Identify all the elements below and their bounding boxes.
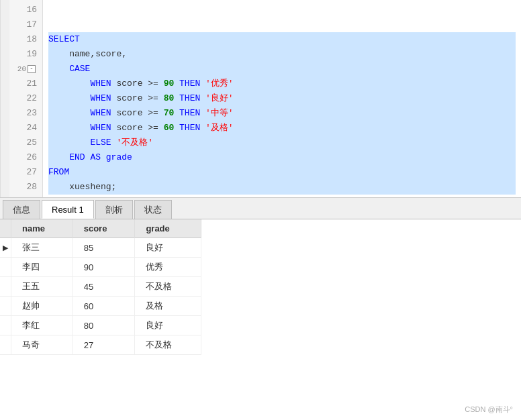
code-token: '良好' bbox=[205, 91, 234, 106]
code-token: score >= bbox=[116, 121, 163, 136]
line-number: 17 bbox=[9, 17, 42, 32]
code-token: name,score, bbox=[48, 47, 127, 62]
results-table: namescoregrade ▶张三85良好李四90优秀王五45不及格赵帅60及… bbox=[0, 219, 201, 355]
line-number: 23 bbox=[9, 106, 42, 121]
row-indicator bbox=[0, 258, 11, 277]
code-token: 70 bbox=[164, 106, 175, 121]
code-line: SELECT bbox=[48, 32, 516, 47]
code-line: WHEN score >= 60 THEN '及格' bbox=[48, 121, 516, 136]
row-indicator bbox=[0, 335, 11, 355]
code-token: '中等' bbox=[205, 106, 234, 121]
tab-info[interactable]: 信息 bbox=[3, 200, 40, 219]
table-row: 王五45不及格 bbox=[0, 277, 201, 297]
line-number: 27 bbox=[9, 165, 42, 180]
tab-parse[interactable]: 剖析 bbox=[95, 200, 133, 219]
code-token: 60 bbox=[164, 121, 175, 136]
cell-name: 李红 bbox=[11, 316, 73, 335]
line-number: 20- bbox=[9, 62, 42, 76]
code-line: CASE bbox=[48, 62, 516, 76]
row-indicator bbox=[0, 277, 11, 297]
col-indicator bbox=[0, 219, 11, 238]
col-header-score: score bbox=[73, 219, 135, 238]
cell-name: 赵帅 bbox=[11, 297, 73, 316]
table-row: 李红80良好 bbox=[0, 316, 201, 335]
line-numbers: 1617181920-2122232425262728 bbox=[9, 0, 43, 197]
code-token: THEN bbox=[174, 121, 205, 136]
row-indicator: ▶ bbox=[0, 238, 11, 258]
code-token: 90 bbox=[164, 76, 175, 91]
cell-grade: 及格 bbox=[135, 297, 201, 316]
cell-score: 60 bbox=[73, 297, 135, 316]
code-token: WHEN bbox=[48, 106, 116, 121]
code-token: '及格' bbox=[205, 121, 234, 136]
watermark: CSDN @南斗° bbox=[465, 405, 513, 415]
line-number: 16 bbox=[9, 3, 42, 17]
line-number: 24 bbox=[9, 121, 42, 136]
cell-grade: 良好 bbox=[135, 316, 201, 335]
code-line bbox=[48, 3, 516, 17]
cell-score: 85 bbox=[73, 238, 135, 258]
code-token: '不及格' bbox=[116, 136, 153, 150]
cell-name: 李四 bbox=[11, 258, 73, 277]
line-number: 26 bbox=[9, 150, 42, 165]
code-token: WHEN bbox=[48, 76, 116, 91]
line-number: 22 bbox=[9, 91, 42, 106]
line-number: 25 bbox=[9, 136, 42, 150]
code-token: xuesheng; bbox=[48, 180, 116, 195]
code-token: THEN bbox=[174, 106, 205, 121]
results-area: namescoregrade ▶张三85良好李四90优秀王五45不及格赵帅60及… bbox=[0, 219, 521, 420]
code-content: SELECT name,score, CASE WHEN score >= 90… bbox=[43, 0, 521, 197]
tabs-bar: 信息Result 1剖析状态 bbox=[0, 198, 521, 219]
code-editor: 1617181920-2122232425262728 SELECT name,… bbox=[0, 0, 521, 198]
code-token: CASE bbox=[48, 62, 90, 76]
code-token: WHEN bbox=[48, 121, 116, 136]
code-token: ELSE bbox=[48, 136, 116, 150]
code-token: score >= bbox=[116, 106, 163, 121]
line-number: 28 bbox=[9, 180, 42, 195]
line-number: 18 bbox=[9, 32, 42, 47]
table-row: 李四90优秀 bbox=[0, 258, 201, 277]
table-row: 赵帅60及格 bbox=[0, 297, 201, 316]
cell-grade: 良好 bbox=[135, 238, 201, 258]
code-token: END AS grade bbox=[48, 150, 132, 165]
code-token: 80 bbox=[164, 91, 175, 106]
code-token: score >= bbox=[116, 76, 163, 91]
code-line: FROM bbox=[48, 165, 516, 180]
code-token: score >= bbox=[116, 91, 163, 106]
cell-score: 45 bbox=[73, 277, 135, 297]
cell-grade: 优秀 bbox=[135, 258, 201, 277]
code-token: FROM bbox=[48, 165, 69, 180]
cell-grade: 不及格 bbox=[135, 335, 201, 355]
line-number: 21 bbox=[9, 76, 42, 91]
row-indicator bbox=[0, 297, 11, 316]
code-line bbox=[48, 17, 516, 32]
code-line: name,score, bbox=[48, 47, 516, 62]
code-line: ELSE '不及格' bbox=[48, 136, 516, 150]
table-row: 马奇27不及格 bbox=[0, 335, 201, 355]
code-token: THEN bbox=[174, 91, 205, 106]
col-header-name: name bbox=[11, 219, 73, 238]
code-token: '优秀' bbox=[205, 76, 234, 91]
code-line: WHEN score >= 90 THEN '优秀' bbox=[48, 76, 516, 91]
cell-name: 王五 bbox=[11, 277, 73, 297]
cell-grade: 不及格 bbox=[135, 277, 201, 297]
table-row: ▶张三85良好 bbox=[0, 238, 201, 258]
cell-name: 张三 bbox=[11, 238, 73, 258]
code-token: THEN bbox=[174, 76, 205, 91]
code-line: END AS grade bbox=[48, 150, 516, 165]
main-container: 1617181920-2122232425262728 SELECT name,… bbox=[0, 0, 521, 420]
col-header-grade: grade bbox=[135, 219, 201, 238]
row-indicator bbox=[0, 316, 11, 335]
tab-result1[interactable]: Result 1 bbox=[42, 200, 94, 219]
cell-score: 90 bbox=[73, 258, 135, 277]
code-line: WHEN score >= 70 THEN '中等' bbox=[48, 106, 516, 121]
line-number: 19 bbox=[9, 47, 42, 62]
code-token: WHEN bbox=[48, 91, 116, 106]
code-line: xuesheng; bbox=[48, 180, 516, 195]
tab-status[interactable]: 状态 bbox=[134, 200, 172, 219]
cell-score: 27 bbox=[73, 335, 135, 355]
cell-name: 马奇 bbox=[11, 335, 73, 355]
code-token: SELECT bbox=[48, 32, 80, 47]
fold-icon[interactable]: - bbox=[28, 65, 36, 73]
cell-score: 80 bbox=[73, 316, 135, 335]
